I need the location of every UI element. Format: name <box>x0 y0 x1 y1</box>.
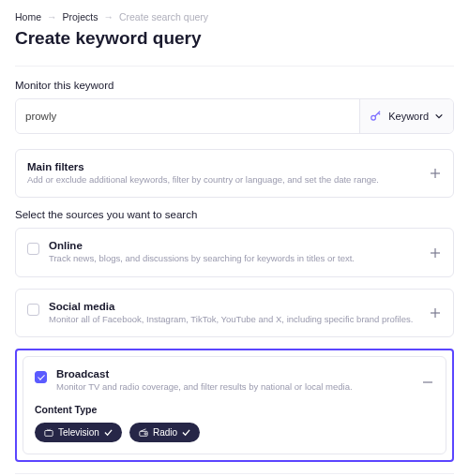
chip-radio-label: Radio <box>153 427 177 438</box>
source-broadcast-card[interactable]: Broadcast Monitor TV and radio coverage,… <box>23 356 446 454</box>
svg-point-14 <box>144 433 146 435</box>
minus-icon <box>422 377 433 388</box>
page-title: Create keyword query <box>15 28 454 49</box>
content-type-chips: Television Radio <box>35 423 434 442</box>
source-online-desc: Track news, blogs, and discussions by se… <box>49 253 442 264</box>
source-social-checkbox[interactable] <box>27 304 39 316</box>
chevron-right-icon: → <box>103 11 113 22</box>
radio-icon <box>139 428 148 438</box>
breadcrumb-home[interactable]: Home <box>15 11 41 22</box>
expand-social[interactable] <box>427 305 444 321</box>
chevron-right-icon: → <box>47 11 57 22</box>
svg-line-2 <box>379 113 381 115</box>
source-broadcast-checkbox[interactable] <box>35 371 47 383</box>
expand-online[interactable] <box>427 245 444 261</box>
source-online-checkbox[interactable] <box>27 243 39 255</box>
source-broadcast-title: Broadcast <box>56 368 434 379</box>
source-social-title: Social media <box>49 301 442 312</box>
broadcast-highlight: Broadcast Monitor TV and radio coverage,… <box>15 349 454 462</box>
breadcrumb: Home → Projects → Create search query <box>15 11 454 22</box>
keyword-input[interactable] <box>16 99 359 133</box>
source-online-card[interactable]: Online Track news, blogs, and discussion… <box>15 228 454 276</box>
keyword-type-selector[interactable]: Keyword <box>359 99 453 133</box>
chip-television-label: Television <box>58 427 99 438</box>
main-filters-card[interactable]: Main filters Add or exclude additional k… <box>15 149 454 198</box>
content-type-label: Content Type <box>35 404 434 415</box>
plus-icon <box>430 307 441 319</box>
divider <box>15 66 454 67</box>
source-online-title: Online <box>49 240 442 251</box>
svg-point-0 <box>371 115 376 120</box>
svg-rect-10 <box>45 430 53 436</box>
keyword-type-label: Keyword <box>388 111 429 122</box>
chip-radio[interactable]: Radio <box>129 423 200 442</box>
main-filters-desc: Add or exclude additional keywords, filt… <box>27 174 442 186</box>
check-icon <box>104 428 113 437</box>
keyword-input-row: Keyword <box>15 98 454 134</box>
breadcrumb-projects[interactable]: Projects <box>63 11 98 22</box>
key-icon <box>370 110 383 123</box>
source-social-desc: Monitor all of Facebook, Instagram, TikT… <box>49 314 442 325</box>
expand-main-filters[interactable] <box>427 165 444 182</box>
main-filters-title: Main filters <box>27 161 442 172</box>
monitor-keyword-label: Monitor this keyword <box>15 80 454 91</box>
tv-icon <box>44 428 53 438</box>
source-broadcast-desc: Monitor TV and radio coverage, and filte… <box>56 381 434 393</box>
chip-television[interactable]: Television <box>35 423 122 442</box>
collapse-broadcast[interactable] <box>419 374 436 391</box>
plus-icon <box>430 168 441 179</box>
source-social-card[interactable]: Social media Monitor all of Facebook, In… <box>15 289 454 337</box>
sources-label: Select the sources you want to search <box>15 209 454 220</box>
check-icon <box>182 428 190 437</box>
breadcrumb-current: Create search query <box>119 11 208 22</box>
plus-icon <box>430 247 441 259</box>
chevron-down-icon <box>434 112 444 121</box>
